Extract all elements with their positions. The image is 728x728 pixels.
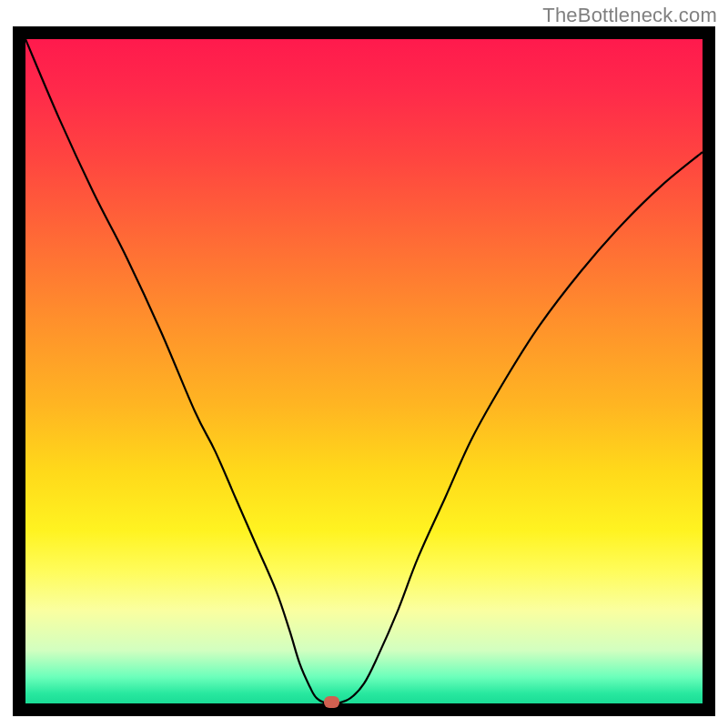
- bottleneck-marker: [324, 696, 339, 708]
- curve-line: [25, 39, 703, 703]
- chart-container: TheBottleneck.com: [0, 0, 728, 728]
- plot-frame: [13, 26, 715, 716]
- watermark-text: TheBottleneck.com: [542, 4, 717, 27]
